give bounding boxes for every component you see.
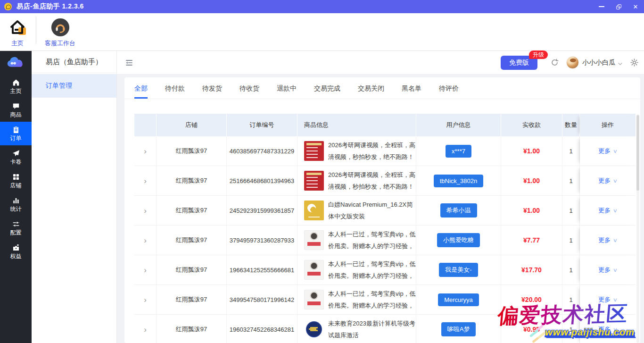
minimize-button[interactable] — [593, 0, 610, 13]
table-row: › 红雨瓢泼97 3499547580171996142 本人科一已过，驾考宝典… — [134, 285, 636, 315]
header-right-group: 免费版 升级 小小小白瓜 — [501, 56, 638, 70]
scrollbar-thumb[interactable] — [636, 115, 639, 191]
order-number: 2452923915999361857 — [227, 196, 297, 225]
avatar[interactable] — [566, 56, 579, 69]
shop-name: 红雨瓢泼97 — [157, 285, 227, 314]
table-row: › 红雨瓢泼97 2516664686801394963 2026考研网课视频，… — [134, 166, 636, 196]
shop-name: 红雨瓢泼97 — [157, 315, 227, 343]
expand-chevron-icon[interactable]: › — [144, 177, 147, 185]
sidebar-item-home[interactable]: 主页 — [0, 75, 32, 98]
home-colored-icon — [7, 17, 28, 38]
product-description: 未来教育2023最新计算机等级考试题库激活 — [328, 318, 416, 341]
more-label: 更多 — [598, 295, 611, 304]
product-description: 2026考研网课视频，全程班，高清视频，秒拍秒发，绝不跑路！ — [328, 139, 416, 163]
sidebar-item-config[interactable]: 配置 — [0, 216, 32, 240]
home-icon — [12, 79, 20, 86]
sidebar-item-label: 统计 — [10, 206, 22, 212]
tab-6[interactable]: 交易关闭 — [358, 84, 384, 99]
gear-icon[interactable] — [630, 59, 638, 67]
header-expand — [134, 114, 157, 136]
toolbar-home-label: 主页 — [11, 39, 24, 48]
chevron-down-icon[interactable] — [618, 60, 623, 65]
tab-3[interactable]: 待收货 — [239, 84, 259, 99]
table-row: › 红雨瓢泼97 3794959731360287933 本人科一已过，驾考宝典… — [134, 226, 636, 255]
product-thumbnail — [304, 141, 324, 161]
tabs: 全部待付款待发货待收货退款中交易完成交易关闭黑名单待评价 — [124, 77, 640, 99]
buyer-button[interactable]: 哆啦A梦 — [441, 322, 476, 336]
product-description: 本人科一已过，驾考宝典vip，低价甩卖。附赠本人的学习经验， — [328, 258, 416, 282]
toolbar-item-cs-workbench[interactable]: 客服工作台 — [43, 17, 77, 48]
buyer-button[interactable]: Mercuryya — [438, 293, 479, 306]
more-actions-button[interactable]: 更多 ∨ — [598, 176, 617, 185]
tab-5[interactable]: 交易完成 — [314, 84, 340, 99]
sidebar-item-goods[interactable]: 商品 — [0, 98, 32, 122]
amount-received: ¥1.00 — [523, 207, 540, 214]
amount-received: ¥17.70 — [521, 266, 542, 274]
sidebar-item-stats[interactable]: 统计 — [0, 192, 32, 216]
collapse-menu-icon[interactable] — [125, 59, 133, 67]
toolbar-item-home[interactable]: 主页 — [3, 17, 32, 48]
tab-7[interactable]: 黑名单 — [402, 84, 421, 99]
close-button[interactable]: ✕ — [627, 0, 644, 13]
username[interactable]: 小小小白瓜 — [582, 59, 615, 67]
product-description: 本人科一已过，驾考宝典vip，低价甩卖。附赠本人的学习经验， — [328, 288, 416, 311]
buyer-button[interactable]: 小熊爱吃糖 — [437, 233, 480, 247]
subpanel-title: 易店（鱼店助手） — [32, 51, 116, 73]
tab-2[interactable]: 待发货 — [202, 84, 222, 99]
tab-0[interactable]: 全部 — [134, 84, 148, 99]
product-thumbnail — [304, 230, 324, 250]
expand-chevron-icon[interactable]: › — [144, 207, 147, 215]
buyer-button[interactable]: 希希小温 — [440, 203, 477, 218]
more-chevron-icon: ∨ — [613, 267, 618, 273]
card-icon — [12, 150, 20, 157]
quantity: 1 — [562, 315, 580, 343]
shop-name: 红雨瓢泼97 — [157, 196, 227, 225]
app-logo — [0, 51, 32, 75]
tab-1[interactable]: 待付款 — [165, 84, 185, 99]
more-actions-button[interactable]: 更多 ∨ — [598, 295, 617, 304]
expand-chevron-icon[interactable]: › — [144, 236, 147, 244]
sidebar-item-order[interactable]: 订单 — [0, 122, 32, 145]
more-actions-button[interactable]: 更多 ∨ — [598, 236, 617, 244]
window-title: 易店-鱼店助手 1.2.3.6 — [17, 2, 84, 11]
plan-button[interactable]: 免费版 升级 — [501, 56, 537, 70]
toolbar-cs-label: 客服工作台 — [45, 39, 75, 48]
header-user: 用户信息 — [416, 114, 501, 136]
more-actions-button[interactable]: 更多 ∨ — [598, 325, 617, 334]
expand-chevron-icon[interactable]: › — [144, 326, 147, 334]
more-actions-button[interactable]: 更多 ∨ — [598, 266, 617, 274]
quantity: 1 — [562, 285, 580, 314]
amount-received: ¥20.00 — [521, 296, 542, 303]
subpanel: 易店（鱼店助手） 订单管理 — [32, 51, 117, 343]
sidebar-item-card[interactable]: 卡卷 — [0, 145, 32, 169]
more-actions-button[interactable]: 更多 ∨ — [598, 206, 617, 215]
table-header-row: 店铺 订单编号 商品信息 用户信息 实收款 数量 操作 — [134, 114, 636, 136]
refresh-icon[interactable] — [551, 59, 559, 67]
more-actions-button[interactable]: 更多 ∨ — [598, 147, 617, 155]
expand-chevron-icon[interactable]: › — [144, 296, 147, 304]
submenu-item-order-management[interactable]: 订单管理 — [32, 74, 116, 98]
expand-chevron-icon[interactable]: › — [144, 147, 147, 155]
tab-4[interactable]: 退款中 — [277, 84, 297, 99]
shop-name: 红雨瓢泼97 — [157, 136, 227, 166]
quantity: 1 — [562, 136, 580, 166]
more-label: 更多 — [598, 176, 611, 185]
table-body: › 红雨瓢泼97 4603856977487331229 2026考研网课视频，… — [134, 136, 636, 343]
buyer-button[interactable]: 我是美女- — [439, 263, 478, 277]
tab-8[interactable]: 待评价 — [439, 84, 459, 99]
sidebar-item-shop[interactable]: 店铺 — [0, 169, 32, 192]
shop-name: 红雨瓢泼97 — [157, 226, 227, 255]
restore-button[interactable] — [610, 0, 627, 13]
vertical-scrollbar — [636, 114, 639, 343]
rights-icon — [12, 244, 20, 251]
shop-name: 红雨瓢泼97 — [157, 255, 227, 284]
buyer-button[interactable]: tbNick_3802n — [434, 175, 484, 187]
product-thumbnail — [304, 319, 324, 339]
sidebar-item-rights[interactable]: 权益 — [0, 240, 32, 263]
sidebar-item-label: 卡卷 — [10, 159, 22, 165]
buyer-button[interactable]: x***7 — [446, 145, 471, 158]
expand-chevron-icon[interactable]: › — [144, 266, 147, 274]
sidebar-item-label: 主页 — [10, 88, 22, 94]
minimize-icon — [599, 6, 604, 7]
more-chevron-icon: ∨ — [613, 237, 618, 243]
